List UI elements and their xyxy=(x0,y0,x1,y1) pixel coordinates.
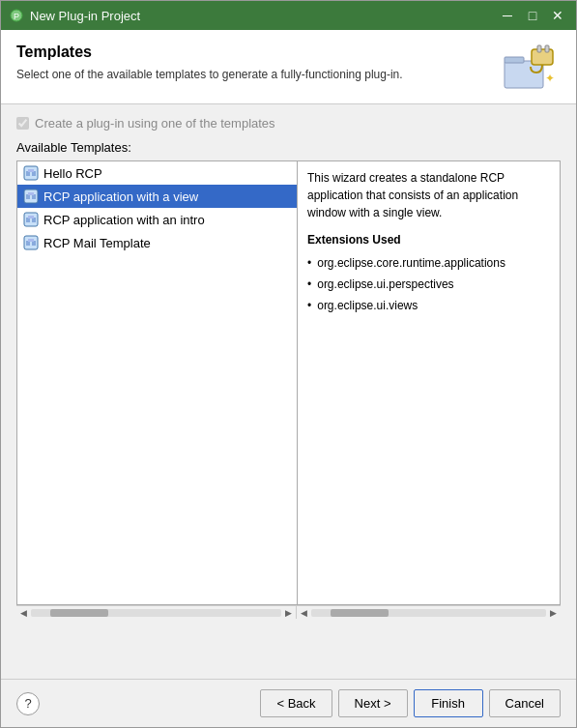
bullet-1: • xyxy=(307,254,311,272)
scroll-track-left[interactable] xyxy=(31,609,281,617)
help-button[interactable]: ? xyxy=(16,692,40,715)
extension-item-1: • org.eclipse.core.runtime.applications xyxy=(307,254,550,272)
list-scrollbar[interactable]: ◀ ▶ xyxy=(16,606,297,619)
extension-label-2: org.eclipse.ui.perspectives xyxy=(317,276,453,293)
template-item-hello-rcp[interactable]: Hello RCP xyxy=(17,161,297,185)
checkbox-row: Create a plug-in using one of the templa… xyxy=(16,116,561,131)
use-template-checkbox[interactable] xyxy=(16,117,29,130)
maximize-button[interactable]: □ xyxy=(522,5,543,26)
window-icon: P xyxy=(9,8,24,23)
next-button[interactable]: Next > xyxy=(338,689,408,717)
dialog-window: P New Plug-in Project ─ □ ✕ Templates Se… xyxy=(0,0,577,728)
scroll-thumb-right xyxy=(331,609,389,617)
scroll-right-arrow[interactable]: ▶ xyxy=(283,608,294,618)
footer-spacer xyxy=(1,630,576,679)
page-title: Templates xyxy=(16,44,403,61)
bullet-3: • xyxy=(307,297,311,314)
header-text-area: Templates Select one of the available te… xyxy=(16,44,403,83)
templates-panel: Hello RCP RCP application with a view xyxy=(16,160,561,605)
bullet-2: • xyxy=(307,276,311,293)
desc-scrollbar[interactable]: ◀ ▶ xyxy=(297,606,561,619)
svg-rect-11 xyxy=(28,169,34,172)
scroll-left-arrow-2[interactable]: ◀ xyxy=(299,608,309,618)
svg-rect-6 xyxy=(545,45,549,52)
scroll-track-right[interactable] xyxy=(311,609,546,617)
svg-rect-19 xyxy=(28,216,34,218)
close-button[interactable]: ✕ xyxy=(547,5,568,26)
extensions-title: Extensions Used xyxy=(307,231,550,248)
svg-rect-5 xyxy=(537,45,541,52)
template-icon-rcp-view xyxy=(23,189,39,204)
minimize-button[interactable]: ─ xyxy=(497,5,518,26)
svg-text:✦: ✦ xyxy=(545,72,555,85)
scroll-thumb-left xyxy=(50,609,108,617)
template-label-rcp-view: RCP application with a view xyxy=(43,189,198,204)
svg-rect-15 xyxy=(28,192,34,195)
scroll-left-arrow[interactable]: ◀ xyxy=(18,608,29,618)
header-icon: ✦ xyxy=(503,44,561,92)
window-controls: ─ □ ✕ xyxy=(497,5,568,26)
scrollbar-area: ◀ ▶ ◀ ▶ xyxy=(16,605,561,619)
scroll-right-arrow-2[interactable]: ▶ xyxy=(548,608,559,618)
template-icon-rcp-intro xyxy=(23,212,39,227)
window-title: New Plug-in Project xyxy=(30,9,497,23)
template-label-rcp-intro: RCP application with an intro xyxy=(43,213,205,227)
extension-label-3: org.eclipse.ui.views xyxy=(317,297,418,314)
footer: ? < Back Next > Finish Cancel xyxy=(1,679,576,727)
content-area: Create a plug-in using one of the templa… xyxy=(1,104,576,630)
finish-button[interactable]: Finish xyxy=(414,689,483,717)
footer-buttons: < Back Next > Finish Cancel xyxy=(40,689,561,717)
svg-rect-23 xyxy=(28,239,34,242)
extension-item-3: • org.eclipse.ui.views xyxy=(307,297,550,314)
cancel-button[interactable]: Cancel xyxy=(489,689,561,717)
template-description-panel: This wizard creates a standalone RCP app… xyxy=(298,161,560,604)
title-bar: P New Plug-in Project ─ □ ✕ xyxy=(1,1,576,30)
template-item-rcp-mail[interactable]: RCP Mail Template xyxy=(17,231,297,254)
template-item-rcp-view[interactable]: RCP application with a view xyxy=(17,185,297,208)
use-template-label: Create a plug-in using one of the templa… xyxy=(35,116,275,131)
template-list[interactable]: Hello RCP RCP application with a view xyxy=(17,161,298,604)
template-label-hello-rcp: Hello RCP xyxy=(43,166,102,181)
available-templates-label: Available Templates: xyxy=(16,140,561,155)
header-section: Templates Select one of the available te… xyxy=(1,30,576,104)
extension-item-2: • org.eclipse.ui.perspectives xyxy=(307,276,550,293)
back-button[interactable]: < Back xyxy=(260,689,332,717)
svg-rect-4 xyxy=(532,49,553,65)
template-label-rcp-mail: RCP Mail Template xyxy=(43,236,151,250)
svg-text:P: P xyxy=(14,12,19,21)
template-icon-rcp-mail xyxy=(23,235,39,250)
header-description: Select one of the available templates to… xyxy=(16,67,403,83)
description-text: This wizard creates a standalone RCP app… xyxy=(307,169,550,221)
template-item-rcp-intro[interactable]: RCP application with an intro xyxy=(17,208,297,231)
extension-label-1: org.eclipse.core.runtime.applications xyxy=(317,254,505,272)
template-icon-hello-rcp xyxy=(23,165,39,181)
svg-rect-3 xyxy=(505,57,524,63)
